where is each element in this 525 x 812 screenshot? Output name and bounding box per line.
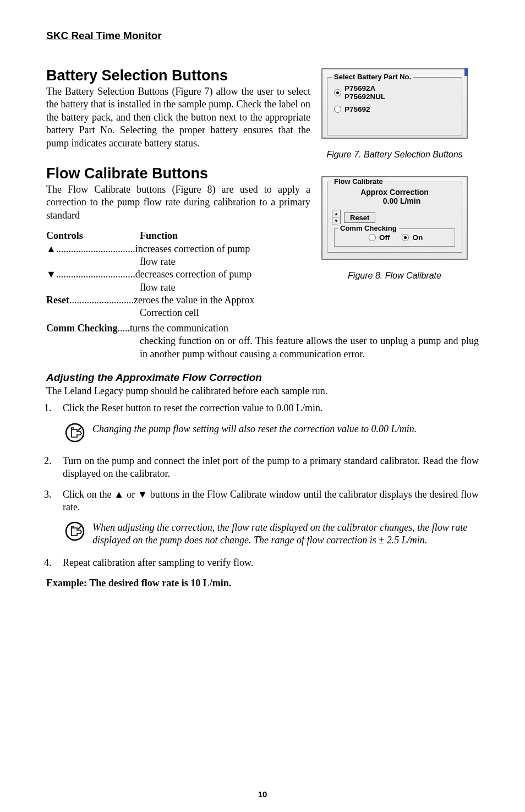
on-label: On <box>412 233 423 242</box>
note-1: Changing the pump flow setting will also… <box>65 423 479 445</box>
up-fn2: flow rate <box>140 255 310 268</box>
battery-group-label: Select Battery Part No. <box>332 73 413 81</box>
cc-label: Comm Checking <box>338 224 399 232</box>
note-2-text: When adjusting the correction, the flow … <box>92 521 479 547</box>
step-1: Click the Reset button to reset the corr… <box>54 402 479 415</box>
page-number: 10 <box>0 789 525 799</box>
dots: .......................... <box>69 295 134 306</box>
steps-list-4: Repeat calibration after sampling to ver… <box>46 557 479 569</box>
reset-button[interactable]: Reset <box>344 212 375 223</box>
spin-up-icon[interactable]: ▲ <box>332 210 340 217</box>
step-2: Turn on the pump and connect the inlet p… <box>54 455 479 481</box>
scrollbar-fragment <box>464 68 468 76</box>
adjust-heading: Adjusting the Approximate Flow Correctio… <box>46 372 479 384</box>
reset-fn1: zeroes the value in the Approx <box>134 295 254 306</box>
hand-note-icon <box>65 423 87 445</box>
opt1b: P75692NUL <box>344 92 385 101</box>
cc-on-option[interactable]: On <box>402 233 423 242</box>
step-4: Repeat calibration after sampling to ver… <box>54 557 479 569</box>
figure-8-panel: Flow Calibrate Approx Correction 0.00 L/… <box>321 176 468 260</box>
up-arrow-label: ▲ <box>46 243 56 254</box>
comm-fn1: turns the communication <box>130 323 228 334</box>
after-controls: checking function on or off. This featur… <box>46 335 479 361</box>
battery-option-2[interactable]: P75692 <box>334 105 457 113</box>
radio-unselected-icon <box>369 234 376 241</box>
steps-list: Click the Reset button to reset the corr… <box>46 402 479 415</box>
fc-group-label: Flow Calibrate <box>332 177 385 186</box>
adjust-intro: The Leland Legacy pump should be calibra… <box>46 385 479 397</box>
function-col-header: Function <box>140 230 310 242</box>
reset-label: Reset <box>46 295 69 306</box>
controls-table: Controls Function ▲.....................… <box>46 230 310 320</box>
opt1a: P75692A <box>344 84 385 92</box>
radio-unselected-icon <box>334 106 341 113</box>
reset-fn2: Correction cell <box>140 307 310 319</box>
figure-7-panel: Select Battery Part No. P75692A P75692NU… <box>321 68 468 139</box>
figure-8-caption: Figure 8. Flow Calibrate <box>321 271 468 281</box>
down-arrow-label: ▼ <box>46 269 56 280</box>
radio-selected-icon <box>402 234 409 241</box>
hand-note-icon <box>65 521 87 547</box>
spinner[interactable]: ▲ ▼ <box>332 210 341 225</box>
down-fn1: decreases correction of pump <box>135 269 251 280</box>
note-1-text: Changing the pump flow setting will also… <box>92 423 417 445</box>
example-line: Example: The desired flow rate is 10 L/m… <box>46 577 479 589</box>
radio-selected-icon <box>334 89 341 96</box>
comm-label: Comm Checking <box>46 323 118 334</box>
down-fn2: flow rate <box>140 281 310 294</box>
step-3: Click on the ▲ or ▼ buttons in the Flow … <box>54 488 479 514</box>
cc-off-option[interactable]: Off <box>369 233 390 242</box>
note-2: When adjusting the correction, the flow … <box>65 521 479 547</box>
page-header: SKC Real Time Monitor <box>46 30 479 42</box>
dots: ................................ <box>56 269 135 280</box>
steps-list-2: Turn on the pump and connect the inlet p… <box>46 455 479 514</box>
approx-value: 0.00 L/min <box>332 197 457 205</box>
controls-col-header: Controls <box>46 230 140 242</box>
figure-7-caption: Figure 7. Battery Selection Buttons <box>321 150 468 160</box>
off-label: Off <box>379 233 390 242</box>
dots: ................................ <box>56 243 135 254</box>
battery-option-1[interactable]: P75692A P75692NUL <box>334 84 457 101</box>
battery-body: The Battery Selection Buttons (Figure 7)… <box>46 85 310 150</box>
battery-heading: Battery Selection Buttons <box>46 67 310 84</box>
flowcal-intro: The Flow Calibrate buttons (Figure 8) ar… <box>46 183 310 222</box>
flowcal-heading: Flow Calibrate Buttons <box>46 165 310 182</box>
opt2: P75692 <box>344 105 370 113</box>
comm-row: Comm Checking.....turns the communicatio… <box>46 322 479 335</box>
approx-label: Approx Correction <box>332 188 457 197</box>
dots: ..... <box>118 323 130 334</box>
up-fn1: increases correction of pump <box>135 243 250 254</box>
comm-checking-group: Comm Checking Off On <box>334 228 455 247</box>
